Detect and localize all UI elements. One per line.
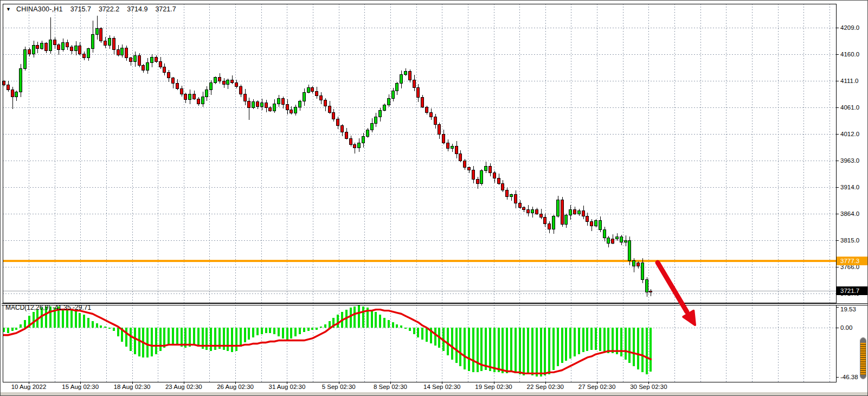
macd-histogram-bar <box>108 328 111 329</box>
macd-histogram-bar <box>256 328 259 335</box>
macd-histogram-bar <box>96 323 98 328</box>
macd-histogram-bar <box>552 328 555 370</box>
candle-bear <box>349 138 352 144</box>
candle-bear <box>256 101 259 106</box>
macd-histogram-bar <box>557 328 559 366</box>
horizontal-line-price-tag[interactable]: 3777.3 <box>837 257 868 265</box>
macd-histogram-bar <box>586 328 588 351</box>
candle-bear <box>438 124 441 134</box>
candle-bull <box>387 98 390 105</box>
ohlc-low: 3714.9 <box>127 5 147 13</box>
macd-histogram-bar <box>417 328 419 337</box>
macd-histogram-bar <box>353 306 356 328</box>
candle-bull <box>32 46 35 54</box>
candle-bull <box>603 229 606 238</box>
candle-bull <box>366 130 369 136</box>
time-axis-label: 10 Aug 2022 <box>11 384 47 390</box>
candle-bull <box>565 215 568 224</box>
macd-axis-label: -46.38 <box>840 374 858 380</box>
candle-bear <box>332 112 335 119</box>
macd-histogram-bar <box>595 328 597 350</box>
time-axis-label: 30 Sep 02:30 <box>630 384 667 390</box>
scrollbar-cap-top <box>860 338 866 343</box>
candle-bear <box>527 209 530 213</box>
time-axis-label: 23 Aug 02:30 <box>165 384 202 390</box>
macd-histogram-bar <box>15 328 17 330</box>
macd-histogram-bar <box>159 328 162 351</box>
annotation-arrow-shaft[interactable] <box>658 263 687 312</box>
candle-bull <box>383 105 386 110</box>
macd-histogram-bar <box>489 328 491 371</box>
macd-histogram-bar <box>451 328 453 360</box>
candle-bear <box>442 134 445 143</box>
candle-bear <box>231 80 234 83</box>
candle-bull <box>624 240 627 242</box>
candle-bear <box>222 81 225 85</box>
macd-histogram-bar <box>75 311 77 328</box>
candle-bull <box>396 84 398 91</box>
macd-histogram-bar <box>282 328 284 338</box>
time-axis-label: 26 Aug 02:30 <box>217 384 254 390</box>
candle-bull <box>595 220 597 226</box>
macd-histogram-bar <box>599 328 601 351</box>
candle-bull <box>20 69 22 92</box>
macd-histogram-bar <box>404 328 407 329</box>
candle-bull <box>15 92 18 97</box>
price-axis-label: 4111.0 <box>840 78 858 84</box>
candle-bull <box>552 216 555 229</box>
candle-bear <box>574 209 576 214</box>
chart-canvas[interactable] <box>1 1 868 396</box>
macd-histogram-bar <box>477 328 479 372</box>
candle-bear <box>590 221 593 226</box>
macd-histogram-bar <box>24 320 26 328</box>
candle-bear <box>117 50 119 55</box>
macd-histogram-bar <box>130 328 132 351</box>
macd-histogram-bar <box>261 328 263 334</box>
candle-bear <box>311 87 314 91</box>
candle-bear <box>506 190 509 197</box>
ohlc-high: 3722.2 <box>99 5 119 13</box>
macd-histogram-bar <box>607 328 609 353</box>
candle-bear <box>612 239 614 243</box>
price-axis-label: 3963.0 <box>840 157 859 164</box>
candle-bear <box>561 200 563 225</box>
candle-bear <box>66 43 69 47</box>
candle-bull <box>485 167 487 171</box>
macd-axis-label: 19.53 <box>840 306 856 312</box>
ohlc-open: 3715.7 <box>70 5 91 13</box>
candle-bear <box>290 110 293 113</box>
chart-window: ▼ CHINA300-,H1 3715.7 3722.2 3714.9 3721… <box>0 0 868 396</box>
symbol-dropdown-icon[interactable]: ▼ <box>6 7 11 12</box>
candle-bear <box>548 223 551 229</box>
candle-bull <box>24 50 27 69</box>
candle-bull <box>189 94 191 99</box>
macd-indicator-label: MACD(12,26,9) -41.35 -29.71 <box>5 304 91 311</box>
candle-bear <box>112 39 115 50</box>
candle-bear <box>197 99 200 104</box>
macd-histogram-bar <box>104 327 106 328</box>
macd-histogram-bar <box>172 328 174 344</box>
candle-bear <box>248 101 250 107</box>
candle-bear <box>408 72 411 80</box>
macd-histogram-bar <box>231 328 233 352</box>
macd-histogram-bar <box>235 328 237 351</box>
macd-histogram-bar <box>498 328 500 372</box>
candle-bear <box>337 119 339 125</box>
candle-bull <box>645 280 648 292</box>
macd-histogram-bar <box>578 328 580 354</box>
scrollbar-cap-bottom <box>860 375 866 379</box>
candle-bear <box>514 195 517 203</box>
macd-histogram-bar <box>565 328 567 361</box>
macd-histogram-bar <box>83 315 85 328</box>
candle-bull <box>607 238 610 243</box>
macd-histogram-bar <box>79 313 81 328</box>
macd-histogram-bar <box>548 328 550 374</box>
candle-bull <box>556 200 559 216</box>
macd-histogram-bar <box>252 328 254 337</box>
macd-histogram-bar <box>574 328 576 356</box>
candle-bear <box>70 47 73 51</box>
macd-histogram-bar <box>400 325 402 328</box>
macd-histogram-bar <box>362 306 364 328</box>
vertical-scrollbar-thumb[interactable] <box>860 337 866 379</box>
candle-bear <box>176 84 178 89</box>
